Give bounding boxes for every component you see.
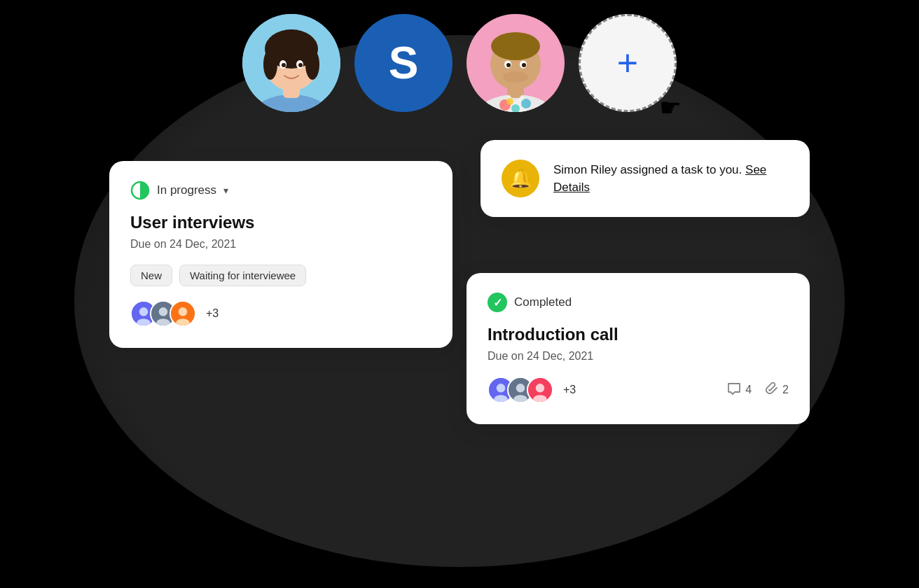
- svg-point-10: [282, 63, 286, 67]
- svg-point-35: [179, 307, 188, 316]
- completed-card-title: Introduction call: [488, 325, 789, 344]
- completed-card-due: Due on 24 Dec, 2021: [488, 350, 789, 363]
- inprogress-card-title: User interviews: [130, 213, 431, 232]
- inprogress-card: In progress ▾ User interviews Due on 24 …: [109, 161, 452, 348]
- completed-members-row: +3: [488, 377, 576, 403]
- add-avatar-button[interactable]: + ☛: [579, 14, 677, 112]
- svg-point-17: [491, 32, 540, 60]
- svg-point-44: [536, 384, 545, 393]
- comments-count: 4: [745, 384, 752, 396]
- plus-icon: +: [617, 45, 638, 81]
- svg-point-11: [298, 63, 303, 67]
- avatar-man: [467, 14, 565, 112]
- svg-point-41: [516, 384, 525, 393]
- tag-new: New: [130, 265, 172, 286]
- svg-point-22: [503, 71, 528, 83]
- svg-point-6: [263, 49, 277, 80]
- completed-status-row: Completed: [488, 293, 789, 312]
- inprogress-icon: [130, 181, 150, 200]
- svg-point-20: [506, 63, 511, 67]
- member-avatar-3: [170, 300, 196, 327]
- avatar-woman: [242, 14, 340, 112]
- svg-point-26: [506, 98, 513, 105]
- completed-icon: [488, 293, 507, 312]
- completed-member-3: [527, 377, 553, 403]
- notification-icon: 🔔: [502, 160, 539, 197]
- svg-point-21: [522, 63, 526, 67]
- notification-text: Simon Riley assigned a task to you. See …: [553, 161, 789, 197]
- attachment-icon: [766, 382, 778, 399]
- inprogress-card-due: Due on 24 Dec, 2021: [130, 238, 431, 251]
- completed-members-more: +3: [563, 384, 576, 396]
- completed-status-text: Completed: [514, 295, 572, 309]
- svg-point-25: [521, 99, 531, 108]
- chevron-down-icon: ▾: [223, 185, 228, 196]
- svg-point-7: [305, 49, 319, 80]
- comment-icon: [727, 382, 741, 398]
- cursor-icon: ☛: [659, 93, 682, 122]
- completed-card-footer: +3 4: [488, 377, 789, 403]
- attachments-count: 2: [782, 384, 789, 396]
- notification-message: Simon Riley assigned a task to you.: [553, 163, 742, 176]
- tags-row: New Waiting for interviewee: [130, 265, 431, 286]
- members-more-count: +3: [206, 307, 219, 320]
- status-row: In progress ▾: [130, 181, 431, 200]
- card-meta-row: 4 2: [727, 382, 789, 399]
- notification-card: 🔔 Simon Riley assigned a task to you. Se…: [481, 140, 810, 217]
- members-row: +3: [130, 300, 431, 327]
- completed-card: Completed Introduction call Due on 24 De…: [467, 273, 810, 424]
- inprogress-status-text: In progress: [157, 183, 216, 197]
- svg-point-38: [497, 384, 506, 393]
- comments-meta: 4: [727, 382, 752, 398]
- attachments-meta: 2: [766, 382, 789, 399]
- svg-point-32: [159, 307, 168, 316]
- tag-waiting: Waiting for interviewee: [179, 265, 306, 286]
- avatar-letter-s: S: [354, 14, 452, 112]
- svg-point-29: [139, 307, 148, 316]
